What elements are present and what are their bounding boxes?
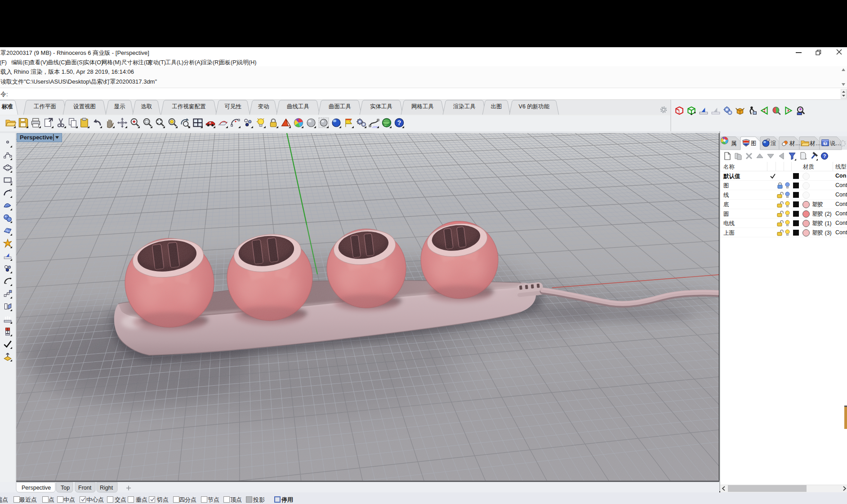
- svg-text:?: ?: [397, 119, 401, 126]
- svg-text:?: ?: [824, 141, 826, 146]
- svg-text:?: ?: [823, 153, 826, 159]
